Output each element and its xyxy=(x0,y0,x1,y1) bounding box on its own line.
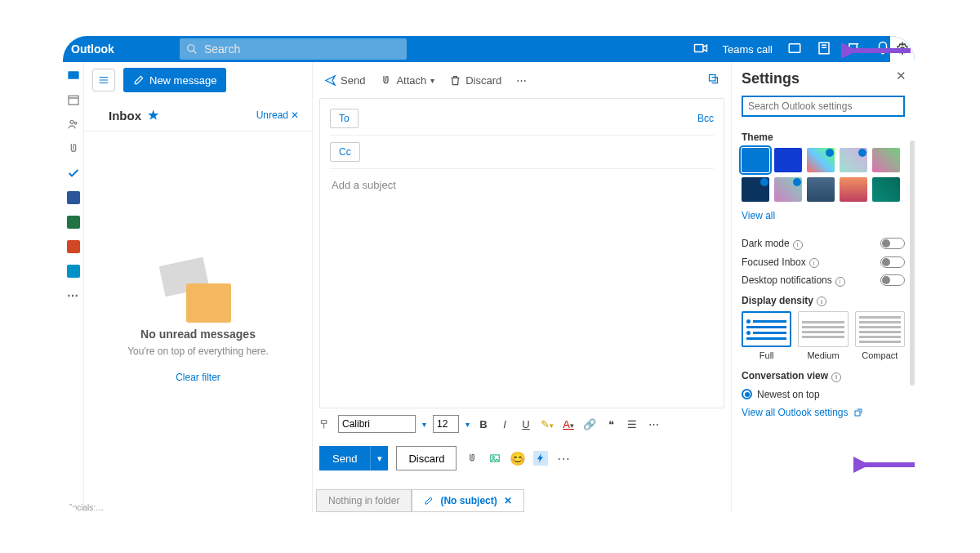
theme-tech[interactable] xyxy=(872,177,900,202)
dictate-icon[interactable] xyxy=(533,451,548,466)
settings-button[interactable] xyxy=(890,36,915,62)
tab-draft[interactable]: (No subject) ✕ xyxy=(412,489,523,512)
chevron-down-icon[interactable]: ▾ xyxy=(422,420,426,429)
radio-icon xyxy=(742,389,752,399)
clear-filter-link[interactable]: Clear filter xyxy=(176,372,220,383)
global-search[interactable]: Search xyxy=(180,38,407,60)
density-medium[interactable]: Medium xyxy=(798,311,848,360)
theme-paint[interactable] xyxy=(872,148,900,172)
info-icon[interactable]: i xyxy=(831,372,841,382)
insert-picture-icon[interactable] xyxy=(488,451,502,466)
favorite-star-icon[interactable]: ★ xyxy=(148,108,158,123)
theme-mountain[interactable] xyxy=(807,177,835,202)
excel-icon[interactable] xyxy=(67,216,80,229)
send-dropdown[interactable]: ▾ xyxy=(370,446,388,470)
video-icon[interactable] xyxy=(693,41,708,58)
font-color-button[interactable]: A▾ xyxy=(561,418,576,430)
info-icon[interactable]: i xyxy=(817,297,826,306)
popout-button[interactable] xyxy=(707,73,719,87)
subject-input[interactable]: Add a subject xyxy=(330,176,714,191)
settings-search-input[interactable] xyxy=(742,96,905,117)
trash-icon xyxy=(449,74,461,87)
notifications-icon[interactable] xyxy=(875,41,890,58)
desktop-notifications-label: Desktop notifications xyxy=(742,274,832,286)
view-all-themes-link[interactable]: View all xyxy=(742,210,775,221)
files-icon[interactable] xyxy=(67,142,80,155)
info-icon[interactable]: i xyxy=(793,240,803,250)
close-icon: ✕ xyxy=(291,109,299,121)
body-editor[interactable] xyxy=(330,191,714,398)
density-full[interactable]: Full xyxy=(742,311,791,360)
hamburger-button[interactable] xyxy=(92,69,115,91)
app-launcher-icon[interactable] xyxy=(67,265,80,278)
highlight-button[interactable]: ✎▾ xyxy=(540,418,555,430)
powerpoint-icon[interactable] xyxy=(67,240,80,253)
formatpainter-icon[interactable] xyxy=(319,418,332,430)
more-apps[interactable]: ⋯ xyxy=(67,289,79,302)
send-button[interactable]: Send xyxy=(319,446,370,470)
empty-state: No unread messages You're on top of ever… xyxy=(84,132,312,512)
meet-now-icon[interactable] xyxy=(787,41,802,58)
attach-icon xyxy=(380,74,392,87)
discard-toolbar-button[interactable]: Discard xyxy=(449,74,501,87)
link-button[interactable]: 🔗 xyxy=(582,418,597,430)
close-settings-button[interactable]: ✕ xyxy=(896,69,906,83)
bcc-link[interactable]: Bcc xyxy=(697,113,714,124)
attach-button[interactable]: Attach▾ xyxy=(380,74,434,87)
tab-folder[interactable]: Nothing in folder xyxy=(316,489,412,512)
font-size-input[interactable] xyxy=(433,415,459,433)
more-send-options[interactable]: ⋯ xyxy=(556,451,571,466)
newest-on-top-radio[interactable]: Newest on top xyxy=(742,389,905,400)
new-message-button[interactable]: New message xyxy=(123,68,226,92)
discard-button[interactable]: Discard xyxy=(396,446,457,470)
chevron-down-icon[interactable]: ▾ xyxy=(466,420,470,429)
mail-icon[interactable] xyxy=(67,69,80,82)
emoji-icon[interactable]: 😊 xyxy=(510,451,525,466)
people-icon[interactable] xyxy=(67,118,80,131)
theme-rainbow[interactable] xyxy=(807,148,835,172)
format-toolbar: ▾ ▾ B I U ✎▾ A▾ 🔗 ❝ ☰ ⋯ xyxy=(319,412,724,436)
list-button[interactable]: ☰ xyxy=(625,418,639,430)
svg-rect-9 xyxy=(68,71,78,78)
dark-mode-toggle[interactable] xyxy=(880,238,905,249)
more-actions[interactable]: ⋯ xyxy=(516,74,527,87)
close-tab-icon[interactable]: ✕ xyxy=(504,495,512,506)
popout-icon xyxy=(707,73,719,85)
unread-filter-chip[interactable]: Unread ✕ xyxy=(256,109,299,121)
info-icon[interactable]: i xyxy=(835,277,845,287)
my-day-icon[interactable] xyxy=(846,41,861,58)
attach-inline-icon[interactable] xyxy=(465,451,479,466)
teams-call-label[interactable]: Teams call xyxy=(723,43,773,56)
theme-blue[interactable] xyxy=(774,148,802,172)
send-icon xyxy=(324,74,336,87)
italic-button[interactable]: I xyxy=(497,418,512,430)
info-icon[interactable]: i xyxy=(809,258,819,268)
font-family-input[interactable] xyxy=(338,415,416,433)
svg-rect-20 xyxy=(855,411,860,416)
desktop-notifications-toggle[interactable] xyxy=(880,274,905,286)
quote-button[interactable]: ❝ xyxy=(604,418,618,430)
word-icon[interactable] xyxy=(67,191,80,204)
svg-point-12 xyxy=(70,120,74,123)
app-header: Outlook Search Teams call xyxy=(63,36,915,62)
display-density-label: Display density xyxy=(742,295,813,306)
theme-pastel[interactable] xyxy=(840,148,867,172)
theme-abstract[interactable] xyxy=(774,177,802,202)
notes-icon[interactable] xyxy=(817,41,831,58)
theme-circuits[interactable] xyxy=(742,177,769,202)
popout-icon xyxy=(853,408,863,417)
underline-button[interactable]: U xyxy=(519,418,533,430)
calendar-icon[interactable] xyxy=(67,93,80,106)
theme-default[interactable] xyxy=(742,148,769,172)
more-format[interactable]: ⋯ xyxy=(646,418,661,430)
todo-icon[interactable] xyxy=(67,167,80,180)
density-compact[interactable]: Compact xyxy=(855,311,905,360)
theme-sunset[interactable] xyxy=(840,177,867,202)
cc-button[interactable]: Cc xyxy=(330,142,360,162)
scrollbar[interactable] xyxy=(910,140,915,386)
focused-inbox-toggle[interactable] xyxy=(880,256,905,268)
bold-button[interactable]: B xyxy=(476,418,491,430)
send-toolbar-button[interactable]: Send xyxy=(324,74,365,87)
view-all-outlook-settings-link[interactable]: View all Outlook settings xyxy=(742,407,905,418)
to-button[interactable]: To xyxy=(330,109,359,128)
